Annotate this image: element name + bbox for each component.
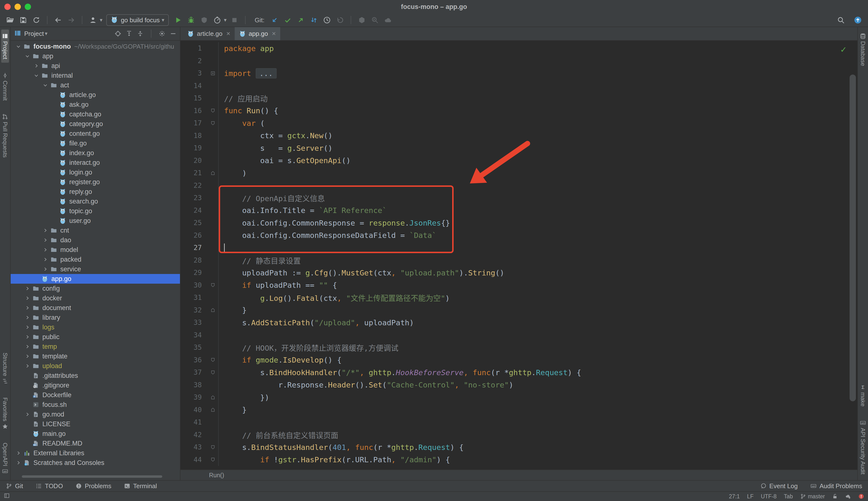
- code-line-3[interactable]: 3import ...: [180, 67, 857, 79]
- fold-down-icon[interactable]: [208, 366, 219, 379]
- chevron-right-icon[interactable]: [14, 460, 23, 466]
- code-line-22[interactable]: 22: [180, 179, 857, 192]
- tree-item-file.go[interactable]: file.go: [11, 138, 180, 148]
- code-line-29[interactable]: 29 uploadPath := g.Cfg().MustGet(ctx, "u…: [180, 266, 857, 279]
- forward-icon[interactable]: [66, 15, 76, 25]
- tool-window-button-database[interactable]: Database: [859, 30, 867, 70]
- tree-item-readme.md[interactable]: MDREADME.MD: [11, 439, 180, 448]
- tree-item-temp[interactable]: temp: [11, 342, 180, 351]
- code-line-31[interactable]: 31 g.Log().Fatal(ctx, "文件上传配置路径不能为空"): [180, 291, 857, 304]
- status-indent-style[interactable]: Tab: [784, 493, 793, 500]
- status-file-encoding[interactable]: UTF-8: [761, 493, 776, 500]
- code-line-28[interactable]: 28 // 静态目录设置: [180, 254, 857, 267]
- minimize-button[interactable]: [14, 4, 21, 10]
- tree-item-article.go[interactable]: article.go: [11, 90, 180, 100]
- chevron-right-icon[interactable]: [23, 286, 32, 291]
- tree-item-main.go[interactable]: main.go: [11, 429, 180, 439]
- fold-up-icon[interactable]: [208, 167, 219, 179]
- chevron-right-icon[interactable]: [41, 257, 50, 262]
- chevron-right-icon[interactable]: [23, 315, 32, 320]
- chevron-right-icon[interactable]: [23, 363, 32, 369]
- tool-window-button-project[interactable]: Project: [1, 30, 9, 63]
- zoom-button[interactable]: [25, 4, 31, 10]
- code-line-41[interactable]: 41: [180, 416, 857, 429]
- inspect-icon[interactable]: [369, 15, 380, 25]
- code-line-36[interactable]: 36 if gmode.IsDevelop() {: [180, 354, 857, 366]
- code-line-25[interactable]: 25 oai.Config.CommonResponse = response.…: [180, 217, 857, 229]
- fold-down-icon[interactable]: [208, 454, 219, 466]
- code-line-1[interactable]: 1package app: [180, 42, 857, 55]
- close-icon[interactable]: ×: [272, 30, 275, 38]
- code-line-42[interactable]: 42 // 前台系统自定义错误页面: [180, 429, 857, 441]
- tree-item-upload[interactable]: upload: [11, 361, 180, 371]
- tree-item-cnt[interactable]: cnt: [11, 226, 180, 235]
- tree-item-docker[interactable]: docker: [11, 293, 180, 303]
- chevron-right-icon[interactable]: [14, 450, 23, 456]
- unlock-icon[interactable]: [832, 493, 838, 499]
- close-button[interactable]: [4, 4, 11, 10]
- tree-item-api[interactable]: api: [11, 61, 180, 71]
- tree-item-captcha.go[interactable]: captcha.go: [11, 109, 180, 119]
- open-folder-icon[interactable]: [5, 15, 15, 25]
- code-line-15[interactable]: 15// 应用启动: [180, 92, 857, 105]
- fold-down-icon[interactable]: [208, 117, 219, 129]
- chevron-right-icon[interactable]: [41, 237, 50, 243]
- tree-item-config[interactable]: config: [11, 284, 180, 293]
- chevron-right-icon[interactable]: [23, 344, 32, 349]
- tree-item-document[interactable]: document: [11, 303, 180, 313]
- fold-down-icon[interactable]: [208, 441, 219, 454]
- chevron-right-icon[interactable]: [23, 324, 32, 330]
- code-line-18[interactable]: 18 ctx = gctx.New(): [180, 129, 857, 142]
- close-icon[interactable]: ×: [227, 30, 230, 38]
- tree-item-focus.sh[interactable]: focus.sh: [11, 400, 180, 409]
- code-line-35[interactable]: 35 // HOOK，开发阶段禁止浏览器缓存,方便调试: [180, 341, 857, 354]
- tree-item-model[interactable]: model: [11, 245, 180, 255]
- user-icon[interactable]: [88, 15, 98, 25]
- chevron-right-icon[interactable]: [41, 247, 50, 253]
- back-icon[interactable]: [53, 15, 63, 25]
- breadcrumb-item[interactable]: Run(): [209, 472, 224, 479]
- tree-item-index.go[interactable]: index.go: [11, 148, 180, 158]
- tree-item-.gitignore[interactable]: .gitignore: [11, 381, 180, 390]
- code-line-37[interactable]: 37 s.BindHookHandler("/*", ghttp.HookBef…: [180, 366, 857, 379]
- code-line-43[interactable]: 43 s.BindStatusHandler(401, func(r *ghtt…: [180, 441, 857, 454]
- chevron-down-icon[interactable]: ▾: [224, 17, 227, 23]
- sync-icon[interactable]: [31, 15, 42, 25]
- status-line-separator[interactable]: LF: [747, 493, 754, 500]
- fold-down-icon[interactable]: [208, 354, 219, 366]
- status-git-branch[interactable]: master: [800, 493, 825, 500]
- fold-plus-icon[interactable]: [208, 67, 219, 79]
- tree-item-service[interactable]: service: [11, 264, 180, 274]
- tree-item-content.go[interactable]: content.go: [11, 129, 180, 138]
- breadcrumb[interactable]: Run(): [180, 470, 857, 480]
- horizontal-scrollbar[interactable]: [22, 475, 162, 478]
- chevron-right-icon[interactable]: [32, 63, 41, 68]
- chevron-down-icon[interactable]: [23, 53, 32, 59]
- tool-window-button-problems[interactable]: Problems: [75, 482, 112, 490]
- chevron-right-icon[interactable]: [23, 305, 32, 310]
- git-update-icon[interactable]: [269, 15, 280, 25]
- tree-item-app[interactable]: app: [11, 51, 180, 61]
- minus-icon[interactable]: [170, 30, 177, 37]
- chevron-right-icon[interactable]: [23, 412, 32, 417]
- code-line-32[interactable]: 32 }: [180, 304, 857, 317]
- code-line-26[interactable]: 26 oai.Config.CommonResponseDataField = …: [180, 229, 857, 242]
- tree-item-focus-mono[interactable]: focus-mono~/Workspace/Go/GOPATH/src/gith…: [11, 42, 180, 51]
- layout-icon[interactable]: [4, 493, 10, 499]
- chevron-right-icon[interactable]: [23, 354, 32, 359]
- cloud-icon[interactable]: [383, 15, 393, 25]
- code-line-34[interactable]: 34: [180, 329, 857, 341]
- code-area[interactable]: 1package app23import ...1415// 应用启动16fun…: [180, 41, 857, 470]
- collapse-all-icon[interactable]: [137, 30, 144, 37]
- expand-all-icon[interactable]: [126, 30, 133, 37]
- chevron-right-icon[interactable]: [23, 296, 32, 301]
- code-line-33[interactable]: 33 s.AddStaticPath("/upload", uploadPath…: [180, 316, 857, 329]
- tool-window-button-favorites[interactable]: Favorites: [1, 394, 9, 433]
- chevron-down-icon[interactable]: ▾: [100, 17, 103, 23]
- status-caret-position[interactable]: 27:1: [729, 493, 740, 500]
- save-icon[interactable]: [18, 15, 29, 25]
- git-fetch-icon[interactable]: [308, 15, 319, 25]
- editor-tab-article.go[interactable]: article.go×: [183, 27, 235, 40]
- tool-window-button-terminal[interactable]: Terminal: [124, 482, 157, 490]
- code-line-2[interactable]: 2: [180, 55, 857, 67]
